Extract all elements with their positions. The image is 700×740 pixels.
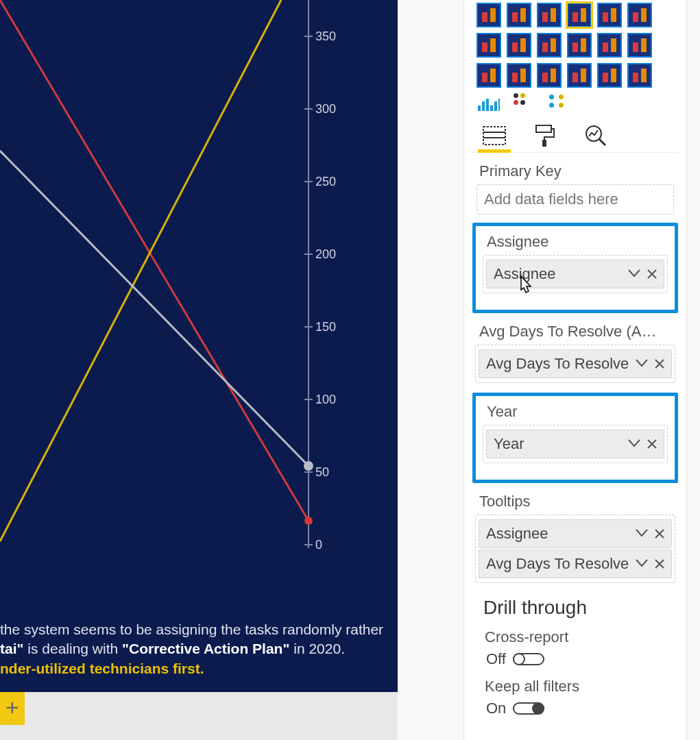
chevron-down-icon[interactable] xyxy=(636,359,648,369)
avg-days-well[interactable]: Avg Days To Resolve xyxy=(475,345,675,383)
avg-days-label: Avg Days To Resolve (Assign… xyxy=(479,323,657,341)
format-tab[interactable] xyxy=(531,125,559,152)
year-well[interactable]: Year xyxy=(483,425,668,463)
new-page-button[interactable]: + xyxy=(0,692,25,725)
paint-roller-icon xyxy=(535,124,555,147)
svg-line-12 xyxy=(0,151,309,466)
y-tick-350: 350 xyxy=(315,29,336,44)
field-pill-label: Avg Days To Resolve xyxy=(486,355,629,373)
page-tab-bar: + xyxy=(0,692,398,740)
viz-tile-extra[interactable] xyxy=(514,93,535,111)
tooltip-field-pill[interactable]: Avg Days To Resolve xyxy=(479,550,672,578)
tooltip-field-pill[interactable]: Assignee xyxy=(479,519,672,548)
y-tick-50: 50 xyxy=(315,465,329,480)
viz-tile[interactable] xyxy=(537,33,562,58)
viz-tile[interactable] xyxy=(627,3,652,27)
fields-icon xyxy=(483,126,506,145)
viz-tile[interactable] xyxy=(567,63,592,88)
y-tick-0: 0 xyxy=(315,538,322,552)
viz-tile[interactable] xyxy=(476,33,501,58)
svg-point-13 xyxy=(304,461,313,471)
viz-tile[interactable] xyxy=(627,63,652,88)
remove-field-icon[interactable] xyxy=(655,559,664,569)
cross-report-toggle[interactable] xyxy=(513,653,544,665)
assignee-highlight: Assignee Assignee xyxy=(472,223,678,313)
remove-field-icon[interactable] xyxy=(647,439,657,449)
primary-key-well[interactable]: Add data fields here xyxy=(476,184,674,214)
viz-tile[interactable] xyxy=(476,63,501,88)
assignee-field-pill[interactable]: Assignee xyxy=(486,260,664,288)
insight-text: the system seems to be assigning the tas… xyxy=(0,620,391,678)
line-chart xyxy=(0,0,398,569)
fields-tab[interactable] xyxy=(481,125,508,152)
viz-tile[interactable] xyxy=(627,33,652,58)
viz-tile[interactable] xyxy=(537,63,562,88)
viz-tile[interactable] xyxy=(597,3,622,27)
pane-tabs xyxy=(471,121,679,153)
y-tick-200: 200 xyxy=(315,247,336,262)
keep-filters-state: On xyxy=(486,700,506,717)
chevron-down-icon[interactable] xyxy=(628,269,640,279)
svg-point-10 xyxy=(304,517,313,525)
viz-tile[interactable] xyxy=(507,33,531,58)
svg-line-9 xyxy=(0,0,309,521)
year-label: Year xyxy=(487,403,672,421)
avg-days-field-pill[interactable]: Avg Days To Resolve xyxy=(479,349,672,378)
primary-key-label: Primary Key xyxy=(479,162,679,180)
field-pill-label: Assignee xyxy=(494,265,556,283)
viz-tile[interactable] xyxy=(597,33,622,58)
y-tick-150: 150 xyxy=(315,320,336,334)
field-pill-label: Avg Days To Resolve xyxy=(486,555,629,573)
tooltips-well[interactable]: Assignee Avg Days To Resolve xyxy=(475,515,675,583)
remove-field-icon[interactable] xyxy=(655,529,664,539)
analytics-icon xyxy=(584,124,607,147)
svg-line-11 xyxy=(0,0,281,541)
remove-field-icon[interactable] xyxy=(647,269,657,279)
keep-filters-label: Keep all filters xyxy=(485,678,679,695)
year-field-pill[interactable]: Year xyxy=(486,430,664,458)
chevron-down-icon[interactable] xyxy=(636,559,648,569)
svg-line-20 xyxy=(599,139,605,145)
report-canvas[interactable]: 0 50 100 150 200 250 300 350 the system … xyxy=(0,0,398,692)
viz-tile[interactable] xyxy=(597,63,622,88)
field-pill-label: Year xyxy=(494,435,524,453)
cross-report-state: Off xyxy=(486,650,506,668)
visualizations-panel: Primary Key Add data fields here Assigne… xyxy=(398,0,700,740)
assignee-label: Assignee xyxy=(487,233,672,251)
year-highlight: Year Year xyxy=(472,393,678,483)
remove-field-icon[interactable] xyxy=(655,359,664,369)
svg-rect-14 xyxy=(483,127,505,145)
svg-rect-18 xyxy=(542,140,546,147)
chevron-down-icon[interactable] xyxy=(636,529,648,539)
viz-tile[interactable] xyxy=(507,3,531,27)
viz-tile-selected[interactable] xyxy=(567,3,592,27)
visual-gallery xyxy=(471,0,679,111)
cross-report-label: Cross-report xyxy=(485,628,679,646)
chevron-down-icon[interactable] xyxy=(628,439,640,449)
y-tick-100: 100 xyxy=(315,393,336,407)
y-tick-250: 250 xyxy=(315,175,336,189)
assignee-well[interactable]: Assignee xyxy=(483,255,668,293)
y-tick-300: 300 xyxy=(315,102,336,116)
keep-filters-toggle[interactable] xyxy=(513,702,544,715)
viz-tile-extra[interactable] xyxy=(549,93,571,111)
viz-tile[interactable] xyxy=(567,33,592,58)
viz-tile[interactable] xyxy=(537,3,562,27)
field-pill-label: Assignee xyxy=(486,525,548,543)
svg-rect-17 xyxy=(536,125,551,132)
drill-through-header: Drill through xyxy=(483,597,679,619)
viz-tile[interactable] xyxy=(507,63,531,88)
tooltips-label: Tooltips xyxy=(479,493,679,510)
analytics-tab[interactable] xyxy=(582,125,610,152)
viz-tile-extra[interactable] xyxy=(478,93,500,111)
viz-tile[interactable] xyxy=(476,3,501,27)
